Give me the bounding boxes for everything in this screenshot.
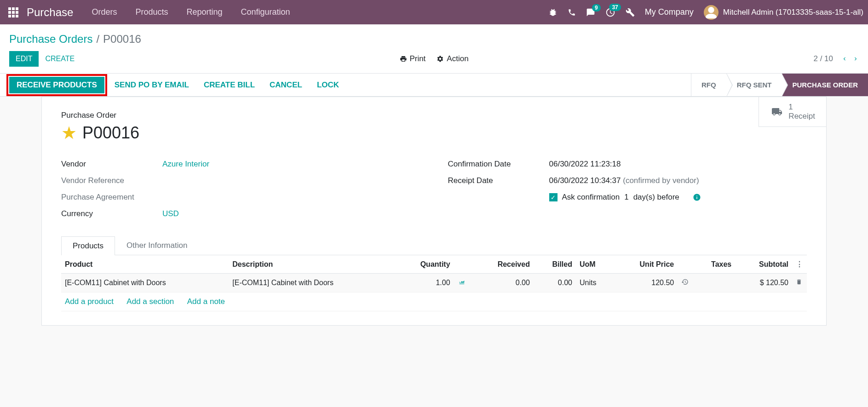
currency-value[interactable]: USD [162, 209, 179, 218]
print-icon [399, 55, 407, 63]
bug-icon[interactable] [548, 8, 558, 17]
star-icon[interactable]: ★ [61, 123, 77, 143]
th-billed: Billed [534, 255, 576, 274]
lock-button[interactable]: Lock [310, 77, 346, 93]
pager-prev-icon[interactable] [841, 54, 848, 63]
pager-text[interactable]: 2 / 10 [813, 54, 833, 63]
cancel-button[interactable]: Cancel [262, 77, 310, 93]
cell-billed: 0.00 [534, 274, 576, 292]
cell-description: [E-COM11] Cabinet with Doors [229, 274, 396, 292]
forecast-icon[interactable] [458, 279, 466, 285]
menu-products[interactable]: Products [135, 7, 168, 17]
th-taxes: Taxes [692, 255, 735, 274]
menu-reporting[interactable]: Reporting [186, 7, 222, 17]
cell-quantity: 1.00 [397, 274, 454, 292]
top-nav: Purchase Orders Products Reporting Confi… [0, 0, 868, 24]
messages-badge: 9 [592, 4, 601, 11]
th-quantity: Quantity [397, 255, 454, 274]
receipt-date-value: 06/30/2022 10:34:37 [549, 176, 621, 185]
form-sheet: 1 Receipt Purchase Order ★ P00016 Vendor [41, 97, 827, 326]
vendor-label: Vendor [61, 160, 162, 169]
pager-next-icon[interactable] [852, 54, 859, 63]
nav-menu: Orders Products Reporting Configuration [92, 7, 290, 17]
avatar [704, 5, 719, 20]
th-received: Received [472, 255, 534, 274]
action-button[interactable]: Action [437, 54, 468, 63]
activities-icon[interactable]: 37 [605, 7, 615, 17]
phone-icon[interactable] [568, 8, 576, 17]
highlight-box: Receive Products [6, 74, 107, 96]
delete-icon[interactable] [796, 279, 802, 285]
cell-uom: Units [576, 274, 613, 292]
ask-confirm-label: Ask confirmation [562, 193, 620, 202]
confirm-date-value: 06/30/2022 11:23:18 [549, 160, 621, 169]
create-button[interactable]: Create [39, 51, 81, 67]
th-description: Description [229, 255, 396, 274]
title-value: P00016 [82, 123, 139, 143]
add-product-link[interactable]: Add a product [65, 297, 114, 306]
user-name: Mitchell Admin (17013335-saas-15-1-all) [723, 8, 863, 17]
ask-confirm-suffix: day(s) before [633, 193, 679, 202]
vendor-value[interactable]: Azure Interior [162, 160, 209, 169]
add-section-link[interactable]: Add a section [126, 297, 174, 306]
th-product: Product [61, 255, 229, 274]
messages-icon[interactable]: 9 [586, 8, 595, 17]
tab-other-info[interactable]: Other Information [115, 236, 199, 255]
th-unit-price: Unit Price [613, 255, 678, 274]
stage-purchase-order[interactable]: PURCHASE ORDER [782, 74, 868, 96]
tools-icon[interactable] [626, 8, 635, 17]
ask-confirm-days: 1 [624, 193, 628, 202]
app-name[interactable]: Purchase [27, 6, 73, 19]
history-icon[interactable] [681, 278, 689, 286]
breadcrumb-parent[interactable]: Purchase Orders [9, 33, 92, 46]
th-uom: UoM [576, 255, 613, 274]
column-options-icon[interactable]: ⋮ [792, 255, 807, 274]
svg-point-0 [708, 7, 714, 13]
statusbar: Receive Products Send PO by Email Create… [0, 74, 868, 97]
stage-rfq-sent[interactable]: RFQ SENT [726, 74, 782, 96]
info-icon[interactable] [693, 193, 701, 201]
breadcrumb: Purchase Orders / P00016 [9, 33, 141, 46]
activities-badge: 37 [609, 4, 621, 11]
edit-button[interactable]: Edit [9, 51, 39, 67]
table-row[interactable]: [E-COM11] Cabinet with Doors [E-COM11] C… [61, 274, 807, 292]
vendor-ref-label: Vendor Reference [61, 176, 162, 185]
cell-subtotal: $ 120.50 [735, 274, 792, 292]
create-bill-button[interactable]: Create Bill [196, 77, 262, 93]
breadcrumb-current: P00016 [103, 33, 141, 46]
truck-icon [770, 106, 784, 117]
currency-label: Currency [61, 209, 162, 218]
receipt-count: 1 [788, 103, 815, 112]
cell-product: [E-COM11] Cabinet with Doors [61, 274, 229, 292]
gear-icon [437, 55, 444, 63]
stage-rfq[interactable]: RFQ [691, 74, 726, 96]
th-subtotal: Subtotal [735, 255, 792, 274]
receipt-smart-button[interactable]: 1 Receipt [759, 97, 826, 126]
print-button[interactable]: Print [399, 54, 425, 63]
receive-products-button[interactable]: Receive Products [9, 77, 104, 93]
apps-icon[interactable] [8, 7, 18, 17]
send-po-email-button[interactable]: Send PO by Email [107, 77, 196, 93]
ask-confirm-checkbox[interactable]: ✓ [549, 193, 558, 201]
agreement-label: Purchase Agreement [61, 193, 162, 202]
tab-products[interactable]: Products [61, 236, 115, 255]
cell-unit-price: 120.50 [613, 274, 678, 292]
user-menu[interactable]: Mitchell Admin (17013335-saas-15-1-all) [704, 5, 863, 20]
title-label: Purchase Order [61, 111, 807, 120]
order-lines-table: Product Description Quantity Received Bi… [61, 255, 807, 311]
receipt-date-label: Receipt Date [448, 176, 549, 185]
menu-configuration[interactable]: Configuration [241, 7, 290, 17]
receipt-date-note: (confirmed by vendor) [623, 176, 699, 185]
cell-received: 0.00 [472, 274, 534, 292]
add-note-link[interactable]: Add a note [187, 297, 225, 306]
receipt-label: Receipt [788, 112, 815, 121]
confirm-date-label: Confirmation Date [448, 160, 549, 169]
company-name[interactable]: My Company [645, 7, 694, 17]
menu-orders[interactable]: Orders [92, 7, 117, 17]
